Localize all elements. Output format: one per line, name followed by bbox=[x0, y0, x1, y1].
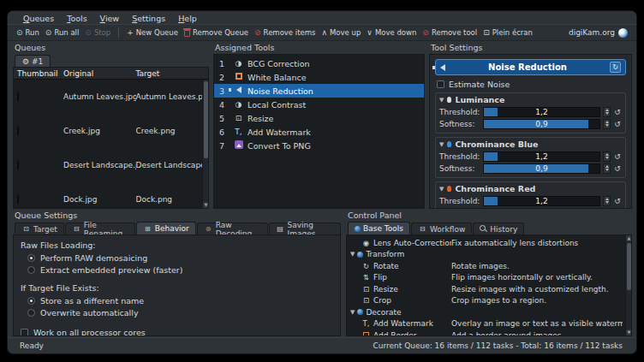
collapse-arrow-icon[interactable]: ▼ bbox=[439, 186, 444, 193]
raw-files-loading-label: Raw Files Loading: bbox=[21, 240, 333, 250]
menu-tools[interactable]: Tools bbox=[67, 14, 86, 23]
radio-icon[interactable] bbox=[27, 266, 35, 274]
queue-row[interactable]: Dock.jpg Dock.png bbox=[14, 182, 208, 209]
softness-slider[interactable]: 0,9 bbox=[483, 208, 600, 210]
speaker-icon bbox=[236, 86, 242, 93]
queue-tab-1[interactable]: ⚙#1 bbox=[15, 55, 51, 67]
option-store-different-name[interactable]: Store as a different name bbox=[27, 296, 333, 306]
tool-item-bcg-correction[interactable]: 1◑BCG Correction bbox=[214, 56, 424, 70]
estimate-noise-checkbox[interactable] bbox=[437, 80, 444, 88]
estimate-noise-option[interactable]: Estimate Noise bbox=[437, 80, 626, 89]
tree-group-transform[interactable]: ▼Transform bbox=[350, 249, 623, 261]
run-button[interactable]: ⊙Run bbox=[16, 28, 39, 37]
reset-icon[interactable]: ↺ bbox=[613, 152, 622, 161]
menu-queues[interactable]: Queues bbox=[23, 14, 54, 23]
tab-target[interactable]: ⊡Target bbox=[15, 223, 64, 234]
threshold-slider[interactable]: 1,2 bbox=[483, 107, 600, 117]
queue-row[interactable]: Autumn Leaves.jpg Autumn Leaves.png bbox=[14, 80, 208, 114]
remove-queue-button[interactable]: Remove Queue bbox=[184, 28, 248, 37]
brand-link[interactable]: digiKam.org bbox=[569, 28, 628, 38]
remove-tool-button[interactable]: ⊘Remove tool bbox=[422, 28, 477, 37]
tab-behavior[interactable]: ⊞Behavior bbox=[136, 222, 196, 234]
new-queue-button[interactable]: +New Queue bbox=[127, 28, 178, 37]
tree-item-resize[interactable]: ⊡ResizeResize images with a customized l… bbox=[350, 283, 623, 295]
move-down-button[interactable]: ∨Move down bbox=[367, 28, 416, 37]
section-chrominance-red-header[interactable]: ▼ Chrominance Red bbox=[439, 183, 622, 194]
remove-items-button[interactable]: ⊘Remove items bbox=[254, 28, 315, 37]
collapse-arrow-icon[interactable]: ▼ bbox=[439, 97, 444, 104]
scroll-down-arrow[interactable]: ▼ bbox=[626, 329, 632, 335]
threshold-slider[interactable]: 1,2 bbox=[483, 196, 600, 206]
reset-icon[interactable]: ↺ bbox=[613, 120, 622, 128]
cores-checkbox[interactable] bbox=[21, 329, 28, 336]
rotate-icon: ↻ bbox=[361, 262, 371, 270]
tree-item-crop[interactable]: ⊡CropCrop images to a region. bbox=[350, 295, 623, 307]
tab-raw-decoding[interactable]: ⊛Raw Decoding bbox=[197, 223, 268, 234]
threshold-slider[interactable]: 1,2 bbox=[483, 151, 600, 162]
option-work-all-cores[interactable]: Work on all processor cores bbox=[21, 328, 333, 336]
section-luminance-header[interactable]: ▼ Luminance bbox=[439, 94, 622, 105]
reset-icon[interactable]: ↺ bbox=[613, 197, 622, 205]
tool-item-convert-to-png[interactable]: 7Convert To PNG bbox=[214, 139, 424, 152]
tool-item-local-contrast[interactable]: 4◑Local Contrast bbox=[214, 98, 424, 111]
radio-icon[interactable] bbox=[27, 309, 35, 317]
option-overwrite-automatically[interactable]: Overwrite automatically bbox=[27, 308, 333, 317]
reset-icon[interactable]: ↺ bbox=[613, 164, 622, 173]
softness-spinner[interactable] bbox=[603, 163, 611, 174]
option-extract-embedded-preview[interactable]: Extract embedded preview (faster) bbox=[27, 265, 333, 275]
tree-item-lens-auto-correction[interactable]: ◉Lens Auto-CorrectionFix automatically l… bbox=[350, 237, 623, 249]
run-all-button[interactable]: ⊙Run all bbox=[45, 28, 79, 37]
section-chrominance-blue-header[interactable]: ▼ Chrominance Blue bbox=[439, 139, 622, 150]
tab-saving-images[interactable]: ▤Saving Images bbox=[269, 223, 341, 234]
tree-group-decorate[interactable]: ▼Decorate bbox=[350, 306, 623, 318]
tool-item-noise-reduction[interactable]: 3Noise Reduction bbox=[214, 84, 424, 98]
col-thumbnail[interactable]: Thumbnail bbox=[17, 69, 63, 78]
tab-history[interactable]: History bbox=[473, 223, 524, 234]
tool-reset-button[interactable]: ↻ bbox=[610, 62, 621, 73]
scrollbar-thumb[interactable] bbox=[627, 243, 631, 290]
threshold-spinner[interactable] bbox=[603, 196, 611, 206]
queue-row[interactable]: Desert Landscape.jpg Desert Landscape.pn… bbox=[14, 148, 208, 182]
col-target[interactable]: Target bbox=[136, 69, 209, 78]
softness-label: Softness: bbox=[439, 120, 480, 128]
threshold-spinner[interactable] bbox=[603, 151, 611, 162]
tree-item-add-watermark[interactable]: T,Add WatermarkOverlay an image or text … bbox=[350, 318, 623, 330]
tab-workflow[interactable]: ⊟Workflow bbox=[411, 223, 472, 234]
original-filename: Autumn Leaves.jpg bbox=[63, 92, 136, 101]
tree-item-add-border[interactable]: Add BorderAdd a border around images bbox=[350, 329, 623, 336]
tool-item-resize[interactable]: 5⊡Resize bbox=[214, 111, 424, 125]
radio-selected-icon[interactable] bbox=[27, 254, 35, 262]
menu-settings[interactable]: Settings bbox=[132, 14, 165, 23]
move-up-button[interactable]: ∧Move up bbox=[321, 28, 361, 37]
menu-help[interactable]: Help bbox=[178, 14, 197, 23]
control-panel-scrollbar[interactable]: ▲ ▼ bbox=[625, 235, 631, 335]
softness-spinner[interactable] bbox=[603, 208, 611, 210]
fullscreen-button[interactable]: ⊡Plein écran bbox=[483, 28, 533, 37]
reset-icon[interactable]: ↺ bbox=[613, 108, 622, 116]
scroll-up-arrow[interactable]: ▲ bbox=[626, 235, 632, 241]
tree-item-flip[interactable]: ⇅FlipFlip images horizontally or vertica… bbox=[350, 272, 623, 284]
tool-settings-title: Tool Settings bbox=[429, 43, 632, 54]
queue-scrollbar[interactable]: ▼ bbox=[202, 80, 208, 208]
softness-slider[interactable]: 0,9 bbox=[483, 163, 600, 174]
softness-spinner[interactable] bbox=[603, 119, 611, 129]
threshold-spinner[interactable] bbox=[603, 107, 611, 117]
queue-row[interactable]: Creek.jpg Creek.png bbox=[14, 114, 208, 148]
option-perform-raw-demosaicing[interactable]: Perform RAW demosaicing bbox=[27, 253, 333, 263]
scroll-down-arrow[interactable]: ▼ bbox=[203, 202, 209, 208]
scrollbar-thumb[interactable] bbox=[204, 81, 208, 158]
menu-view[interactable]: View bbox=[100, 14, 120, 23]
radio-selected-icon[interactable] bbox=[27, 297, 35, 305]
col-original[interactable]: Original bbox=[63, 69, 136, 78]
tab-file-renaming[interactable]: ⊟File Renaming bbox=[65, 223, 135, 234]
collapse-arrow-icon[interactable]: ▼ bbox=[439, 141, 444, 148]
softness-slider[interactable]: 0,9 bbox=[483, 119, 600, 129]
tab-base-tools[interactable]: Base Tools bbox=[348, 222, 410, 234]
collapse-arrow-icon[interactable]: ▼ bbox=[350, 309, 355, 316]
tree-item-rotate[interactable]: ↻RotateRotate images. bbox=[350, 260, 623, 272]
collapse-arrow-icon[interactable]: ▼ bbox=[350, 251, 355, 258]
stop-button[interactable]: ⊙Stop bbox=[85, 28, 110, 37]
reset-icon[interactable]: ↺ bbox=[613, 209, 622, 210]
tool-item-add-watermark[interactable]: 6T,Add Watermark bbox=[214, 125, 424, 139]
tool-item-white-balance[interactable]: 2White Balance bbox=[214, 70, 424, 84]
